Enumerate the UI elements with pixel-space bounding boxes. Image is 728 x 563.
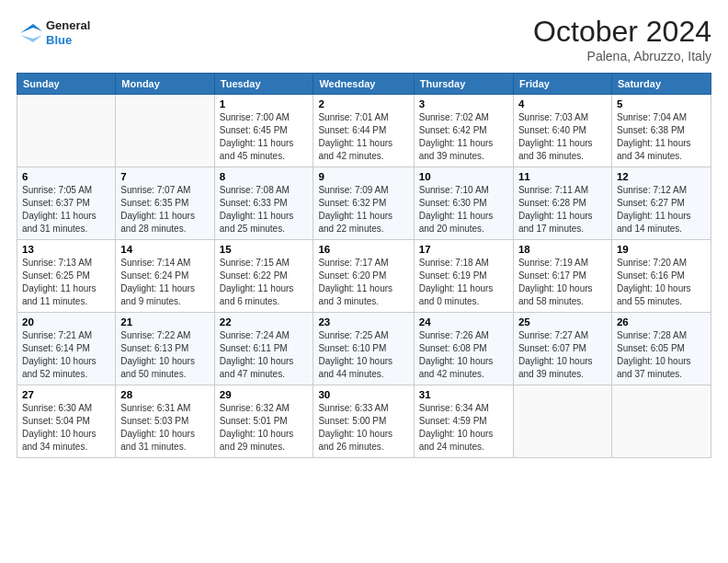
table-cell: 16Sunrise: 7:17 AMSunset: 6:20 PMDayligh… — [313, 240, 414, 313]
day-detail: Sunrise: 7:13 AMSunset: 6:25 PMDaylight:… — [22, 257, 110, 308]
day-detail: Sunrise: 7:26 AMSunset: 6:08 PMDaylight:… — [419, 329, 508, 381]
day-number: 12 — [617, 171, 706, 182]
table-cell: 28Sunrise: 6:31 AMSunset: 5:03 PMDayligh… — [116, 385, 214, 458]
day-number: 22 — [220, 316, 309, 327]
day-number: 26 — [617, 316, 706, 327]
day-detail: Sunrise: 7:19 AMSunset: 6:17 PMDaylight:… — [518, 257, 607, 308]
table-cell: 22Sunrise: 7:24 AMSunset: 6:11 PMDayligh… — [214, 313, 313, 385]
logo-svg: General Blue — [17, 15, 99, 53]
day-detail: Sunrise: 7:22 AMSunset: 6:13 PMDaylight:… — [120, 329, 209, 381]
day-detail: Sunrise: 7:27 AMSunset: 6:07 PMDaylight:… — [518, 329, 607, 381]
day-number: 10 — [419, 171, 508, 182]
day-number: 15 — [220, 244, 309, 255]
calendar-week-row: 13Sunrise: 7:13 AMSunset: 6:25 PMDayligh… — [17, 240, 711, 313]
col-friday: Friday — [513, 74, 611, 95]
day-detail: Sunrise: 7:20 AMSunset: 6:16 PMDaylight:… — [617, 257, 706, 308]
logo-blue-text: Blue — [46, 33, 72, 47]
day-detail: Sunrise: 7:18 AMSunset: 6:19 PMDaylight:… — [419, 257, 508, 308]
title-block: October 2024 Palena, Abruzzo, Italy — [533, 15, 711, 63]
calendar-week-row: 6Sunrise: 7:05 AMSunset: 6:37 PMDaylight… — [17, 167, 711, 240]
day-detail: Sunrise: 7:09 AMSunset: 6:32 PMDaylight:… — [318, 184, 408, 236]
day-detail: Sunrise: 7:25 AMSunset: 6:10 PMDaylight:… — [318, 329, 408, 381]
table-cell: 10Sunrise: 7:10 AMSunset: 6:30 PMDayligh… — [414, 167, 513, 240]
table-cell: 15Sunrise: 7:15 AMSunset: 6:22 PMDayligh… — [214, 240, 313, 313]
table-cell: 26Sunrise: 7:28 AMSunset: 6:05 PMDayligh… — [611, 313, 711, 385]
table-cell: 18Sunrise: 7:19 AMSunset: 6:17 PMDayligh… — [513, 240, 611, 313]
day-detail: Sunrise: 7:10 AMSunset: 6:30 PMDaylight:… — [419, 184, 508, 236]
col-sunday: Sunday — [17, 74, 116, 95]
table-cell: 20Sunrise: 7:21 AMSunset: 6:14 PMDayligh… — [17, 313, 116, 385]
table-cell: 5Sunrise: 7:04 AMSunset: 6:38 PMDaylight… — [611, 95, 711, 167]
day-number: 7 — [120, 171, 209, 182]
day-number: 13 — [22, 244, 110, 255]
table-cell: 9Sunrise: 7:09 AMSunset: 6:32 PMDaylight… — [313, 167, 414, 240]
day-number: 3 — [419, 98, 508, 109]
day-detail: Sunrise: 7:15 AMSunset: 6:22 PMDaylight:… — [220, 257, 309, 308]
day-number: 17 — [419, 244, 508, 255]
day-number: 9 — [318, 171, 408, 182]
day-number: 27 — [22, 389, 110, 400]
day-detail: Sunrise: 7:28 AMSunset: 6:05 PMDaylight:… — [617, 329, 706, 381]
month-year: October 2024 — [533, 15, 711, 49]
table-cell: 3Sunrise: 7:02 AMSunset: 6:42 PMDaylight… — [414, 95, 513, 167]
day-detail: Sunrise: 7:17 AMSunset: 6:20 PMDaylight:… — [318, 257, 408, 308]
day-detail: Sunrise: 6:31 AMSunset: 5:03 PMDaylight:… — [120, 402, 209, 454]
calendar-week-row: 20Sunrise: 7:21 AMSunset: 6:14 PMDayligh… — [17, 313, 711, 385]
table-cell: 11Sunrise: 7:11 AMSunset: 6:28 PMDayligh… — [513, 167, 611, 240]
calendar-table: Sunday Monday Tuesday Wednesday Thursday… — [17, 73, 711, 458]
table-cell: 25Sunrise: 7:27 AMSunset: 6:07 PMDayligh… — [513, 313, 611, 385]
table-cell — [17, 95, 116, 167]
table-cell: 19Sunrise: 7:20 AMSunset: 6:16 PMDayligh… — [611, 240, 711, 313]
day-number: 6 — [22, 171, 110, 182]
table-cell: 14Sunrise: 7:14 AMSunset: 6:24 PMDayligh… — [116, 240, 214, 313]
day-number: 30 — [318, 389, 408, 400]
day-number: 16 — [318, 244, 408, 255]
table-cell: 24Sunrise: 7:26 AMSunset: 6:08 PMDayligh… — [414, 313, 513, 385]
page: General Blue October 2024 Palena, Abruzz… — [0, 0, 728, 563]
day-number: 21 — [120, 316, 209, 327]
table-cell: 2Sunrise: 7:01 AMSunset: 6:44 PMDaylight… — [313, 95, 414, 167]
day-number: 4 — [518, 98, 607, 109]
day-number: 18 — [518, 244, 607, 255]
day-number: 2 — [318, 98, 408, 109]
day-detail: Sunrise: 6:30 AMSunset: 5:04 PMDaylight:… — [22, 402, 110, 454]
day-number: 5 — [617, 98, 706, 109]
table-cell: 7Sunrise: 7:07 AMSunset: 6:35 PMDaylight… — [116, 167, 214, 240]
day-detail: Sunrise: 7:11 AMSunset: 6:28 PMDaylight:… — [518, 184, 607, 236]
col-saturday: Saturday — [611, 74, 711, 95]
day-detail: Sunrise: 7:00 AMSunset: 6:45 PMDaylight:… — [220, 111, 309, 163]
table-cell: 13Sunrise: 7:13 AMSunset: 6:25 PMDayligh… — [17, 240, 116, 313]
day-number: 14 — [120, 244, 209, 255]
day-number: 23 — [318, 316, 408, 327]
day-detail: Sunrise: 6:33 AMSunset: 5:00 PMDaylight:… — [318, 402, 408, 454]
calendar-week-row: 27Sunrise: 6:30 AMSunset: 5:04 PMDayligh… — [17, 385, 711, 458]
location: Palena, Abruzzo, Italy — [533, 49, 711, 63]
day-detail: Sunrise: 7:05 AMSunset: 6:37 PMDaylight:… — [22, 184, 110, 236]
day-number: 24 — [419, 316, 508, 327]
col-wednesday: Wednesday — [313, 74, 414, 95]
calendar-header-row: Sunday Monday Tuesday Wednesday Thursday… — [17, 74, 711, 95]
table-cell: 12Sunrise: 7:12 AMSunset: 6:27 PMDayligh… — [611, 167, 711, 240]
day-detail: Sunrise: 7:24 AMSunset: 6:11 PMDaylight:… — [220, 329, 309, 381]
day-detail: Sunrise: 6:32 AMSunset: 5:01 PMDaylight:… — [220, 402, 309, 454]
header: General Blue October 2024 Palena, Abruzz… — [17, 15, 711, 63]
table-cell: 17Sunrise: 7:18 AMSunset: 6:19 PMDayligh… — [414, 240, 513, 313]
day-detail: Sunrise: 7:21 AMSunset: 6:14 PMDaylight:… — [22, 329, 110, 381]
day-detail: Sunrise: 7:04 AMSunset: 6:38 PMDaylight:… — [617, 111, 706, 163]
table-cell: 21Sunrise: 7:22 AMSunset: 6:13 PMDayligh… — [116, 313, 214, 385]
day-number: 25 — [518, 316, 607, 327]
day-detail: Sunrise: 7:07 AMSunset: 6:35 PMDaylight:… — [120, 184, 209, 236]
day-number: 19 — [617, 244, 706, 255]
calendar-week-row: 1Sunrise: 7:00 AMSunset: 6:45 PMDaylight… — [17, 95, 711, 167]
day-number: 1 — [220, 98, 309, 109]
logo-icon-shape — [20, 24, 42, 33]
day-number: 31 — [419, 389, 508, 400]
col-monday: Monday — [116, 74, 214, 95]
table-cell — [513, 385, 611, 458]
day-number: 28 — [120, 389, 209, 400]
table-cell: 31Sunrise: 6:34 AMSunset: 4:59 PMDayligh… — [414, 385, 513, 458]
day-detail: Sunrise: 7:14 AMSunset: 6:24 PMDaylight:… — [120, 257, 209, 308]
day-detail: Sunrise: 6:34 AMSunset: 4:59 PMDaylight:… — [419, 402, 508, 454]
table-cell: 1Sunrise: 7:00 AMSunset: 6:45 PMDaylight… — [214, 95, 313, 167]
day-number: 20 — [22, 316, 110, 327]
